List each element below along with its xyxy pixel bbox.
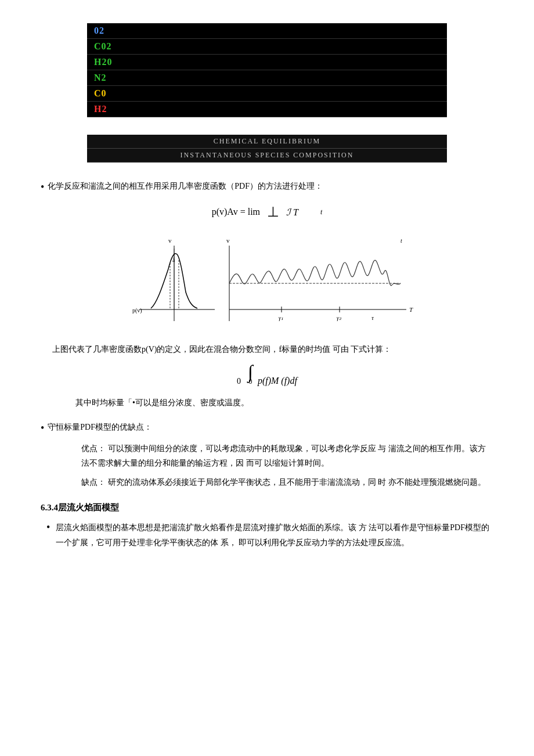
formula-t: t (320, 208, 322, 217)
species-row-h20: H20 (87, 55, 447, 70)
species-row-c0: C0 (87, 86, 447, 102)
advantages-block: 优点： 可以预测中间组分的浓度，可以考虑流动中的耗散现象，可以考虑化学反应 与 … (41, 441, 493, 490)
formula-it: ℐ T (286, 207, 298, 218)
equilibrium-row: CHEMICAL EQUILIBRIUM (87, 135, 447, 149)
formula-bar: ⊥ (267, 204, 279, 220)
species-row-02: 02 (87, 23, 447, 39)
advantage-text: 可以预测中间组分的浓度，可以考虑流动中的耗散现象，可以考虑化学反应 与 湍流之间… (81, 444, 486, 467)
adv-title-text: 守恒标量PDF模型的优缺点： (48, 421, 152, 434)
disadvantage-label: 缺点： (81, 478, 106, 487)
disadvantage-text: 研究的流动体系必须接近于局部化学平衡状态，且不能用于非湍流流动，同 时 亦不能处… (108, 478, 486, 487)
species-row-n2: N2 (87, 70, 447, 86)
svg-text:t: t (400, 237, 402, 244)
pdf-section: • 化学反应和湍流之间的相互作用采用几率密度函数（PDF）的方法进行处理： p(… (41, 180, 493, 411)
pdf-diagram: v p(v) ā (104, 228, 430, 333)
bullet-dot-1: • (41, 180, 44, 195)
advantage-label: 优点： (81, 444, 106, 453)
final-bullet-item: • 层流火焰面模型的基本思想是把湍流扩散火焰看作是层流对撞扩散火焰面的系综。该 … (41, 520, 493, 549)
integral-lower: 0 (248, 377, 252, 386)
equilibrium-table: CHEMICAL EQUILIBRIUMINSTANTANEOUS SPECIE… (87, 135, 447, 163)
final-bullet-dot: • (46, 521, 50, 534)
bullet-item-1: • 化学反应和湍流之间的相互作用采用几率密度函数（PDF）的方法进行处理： (41, 180, 493, 195)
formula-display: p(v)Av = lim ⊥ ℐ T t (41, 204, 493, 220)
svg-text:p(v): p(v) (132, 307, 142, 314)
disadvantage-content: 缺点： 研究的流动体系必须接近于局部化学平衡状态，且不能用于非湍流流动，同 时 … (58, 475, 493, 489)
diagram-container: v p(v) ā (41, 228, 493, 333)
integral-integrand: p(f)M (f)df (258, 376, 297, 386)
svg-text:ā: ā (172, 257, 175, 263)
equilibrium-row: INSTANTANEOUS SPECIES COMPOSITION (87, 149, 447, 163)
final-bullet-text: 层流火焰面模型的基本思想是把湍流扩散火焰看作是层流对撞扩散火焰面的系综。该 方 … (56, 520, 493, 549)
species-row-c02: C02 (87, 39, 447, 55)
advantage-content: 优点： 可以预测中间组分的浓度，可以考虑流动中的耗散现象，可以考虑化学反应 与 … (58, 441, 493, 470)
svg-text:T: T (409, 306, 413, 313)
bullet-text-1: 化学反应和湍流之间的相互作用采用几率密度函数（PDF）的方法进行处理： (48, 180, 323, 193)
integral-formula: 0 ∫ 0 p(f)M (f)df (41, 366, 493, 386)
svg-text:v: v (226, 237, 230, 244)
svg-text:γ₁: γ₁ (279, 315, 283, 321)
species-table: 02C02H20N2C0H2 (87, 23, 447, 117)
svg-text:v: v (168, 237, 172, 244)
description-text: 上图代表了几率密度函数p(V)的定义，因此在混合物分数空间，f标量的时均值 可由… (41, 342, 493, 357)
formula-section: p(v)Av = lim ⊥ ℐ T t v (41, 204, 493, 333)
species-row-h2: H2 (87, 102, 447, 117)
integral-subscript: 0 (237, 377, 241, 386)
main-content: • 化学反应和湍流之间的相互作用采用几率密度函数（PDF）的方法进行处理： p(… (35, 180, 499, 550)
formula-lhs: p(v)Av = lim (212, 207, 260, 217)
adv-dis-section: • 守恒标量PDF模型的优缺点： 优点： 可以预测中间组分的浓度，可以考虑流动中… (41, 421, 493, 490)
notes-text: 其中时均标量「•可以是组分浓度、密度或温度。 (41, 395, 493, 410)
svg-text:τ: τ (371, 314, 374, 321)
section-heading-634: 6.3.4层流火焰面模型 (41, 502, 493, 513)
adv-bullet-item: • 守恒标量PDF模型的优缺点： (41, 421, 493, 435)
svg-text:γ₂: γ₂ (337, 315, 342, 321)
adv-bullet-dot: • (41, 421, 44, 435)
